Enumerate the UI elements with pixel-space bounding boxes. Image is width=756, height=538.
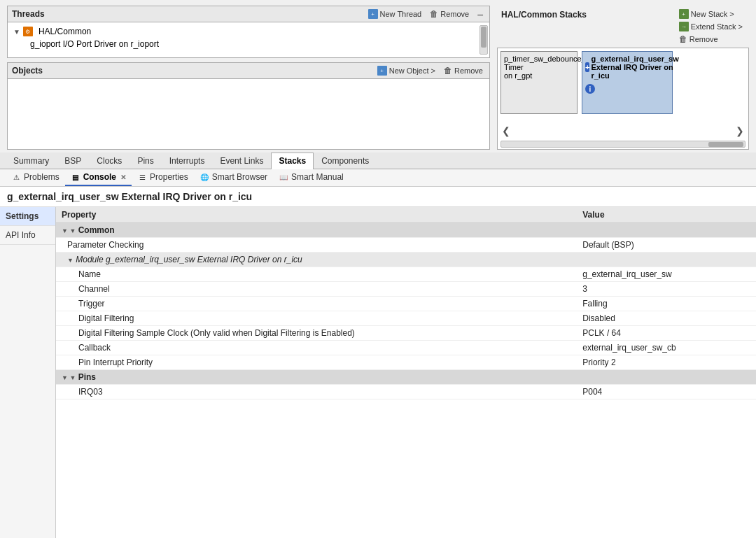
objects-panel-header: Objects + New Object > 🗑 Remove xyxy=(8,63,489,79)
threads-scroll-thumb xyxy=(481,27,486,48)
tab-components[interactable]: Components xyxy=(314,153,377,169)
threads-panel-header: Threads + New Thread 🗑 Remove – xyxy=(8,6,489,22)
canvas-right-arrow[interactable]: ❯ xyxy=(733,124,747,138)
sidebar-item-settings[interactable]: Settings xyxy=(0,207,55,226)
new-object-icon: + xyxy=(377,66,387,76)
tab-event-links[interactable]: Event Links xyxy=(212,153,271,169)
btab-smart-manual[interactable]: 📖Smart Manual xyxy=(273,169,349,186)
tab-stacks[interactable]: Stacks xyxy=(271,153,314,169)
new-stack-icon: + xyxy=(679,9,689,19)
top-area: Threads + New Thread 🗑 Remove – ▼ ⚙ xyxy=(0,0,756,150)
stack-card-irq[interactable]: + g_external_irq_user_sw External IRQ Dr… xyxy=(582,51,673,114)
thread-item-halcommon[interactable]: ▼ ⚙ HAL/Common xyxy=(10,25,477,38)
section-header-row[interactable]: ▼ Pins xyxy=(56,370,756,385)
properties-icon: ☰ xyxy=(137,172,147,182)
btab-console[interactable]: ▤Console✕ xyxy=(65,169,132,186)
stacks-canvas: p_timer_sw_debounce_filter Timeron r_gpt… xyxy=(497,48,749,150)
module-title: g_external_irq_user_sw External IRQ Driv… xyxy=(0,187,756,207)
col-property-header: Property xyxy=(56,207,577,223)
warning-icon: ⚠ xyxy=(11,172,21,182)
canvas-scrollbar[interactable] xyxy=(500,141,746,148)
table-row[interactable]: TriggerFalling xyxy=(56,297,756,311)
stack-card-irq-text: g_external_irq_user_sw External IRQ Driv… xyxy=(591,55,678,80)
canvas-left-arrow[interactable]: ❮ xyxy=(499,124,513,138)
new-thread-button[interactable]: + New Thread xyxy=(366,8,424,20)
btab-close-console[interactable]: ✕ xyxy=(120,174,126,181)
col-value-header: Value xyxy=(577,207,756,223)
table-row[interactable]: Digital Filtering Sample Clock (Only val… xyxy=(56,326,756,341)
extend-stack-icon: → xyxy=(679,22,689,31)
btab-smart-browser[interactable]: 🌐Smart Browser xyxy=(194,169,273,186)
objects-title: Objects xyxy=(12,66,43,76)
main-tabs-bar: SummaryBSPClocksPinsInterruptsEvent Link… xyxy=(0,153,756,169)
objects-actions: + New Object > 🗑 Remove xyxy=(375,65,485,76)
objects-content xyxy=(8,79,489,149)
thread-label-halcommon: HAL/Common xyxy=(38,27,91,36)
remove-thread-button[interactable]: 🗑 Remove xyxy=(428,8,471,20)
new-stack-button[interactable]: + New Stack > xyxy=(677,8,745,20)
section-header-row[interactable]: ▼ Common xyxy=(56,223,756,238)
stack-card-irq-header: + g_external_irq_user_sw External IRQ Dr… xyxy=(585,55,669,80)
btab-label-properties: Properties xyxy=(150,172,188,182)
threads-panel: Threads + New Thread 🗑 Remove – ▼ ⚙ xyxy=(7,6,490,58)
remove-stack-icon: 🗑 xyxy=(679,34,687,44)
extend-stack-button[interactable]: → Extend Stack > xyxy=(677,21,745,32)
remove-object-button[interactable]: 🗑 Remove xyxy=(442,65,485,76)
manual-icon: 📖 xyxy=(279,172,288,182)
table-row[interactable]: Pin Interrupt PriorityPriority 2 xyxy=(56,355,756,370)
threads-title: Threads xyxy=(12,9,45,19)
remove-thread-icon: 🗑 xyxy=(430,9,438,19)
btab-label-console: Console xyxy=(83,172,116,182)
chevron-expand-icon: ▼ xyxy=(13,28,20,36)
new-object-button[interactable]: + New Object > xyxy=(375,65,438,76)
new-thread-icon: + xyxy=(368,9,378,19)
tab-bsp[interactable]: BSP xyxy=(57,153,89,169)
table-row[interactable]: Nameg_external_irq_user_sw xyxy=(56,267,756,282)
ioport-label: g_ioport I/O Port Driver on r_ioport xyxy=(30,39,159,49)
browser-icon: 🌐 xyxy=(200,172,209,182)
threads-actions: + New Thread 🗑 Remove – xyxy=(366,8,485,20)
left-panel: Threads + New Thread 🗑 Remove – ▼ ⚙ xyxy=(7,6,490,150)
tab-clocks[interactable]: Clocks xyxy=(89,153,130,169)
table-row[interactable]: IRQ03P004 xyxy=(56,385,756,399)
sidebar-nav: SettingsAPI Info xyxy=(0,207,56,538)
table-row[interactable]: Channel3 xyxy=(56,282,756,297)
remove-stack-button[interactable]: 🗑 Remove xyxy=(677,34,745,45)
console-icon: ▤ xyxy=(71,172,80,182)
bottom-tabs-bar: ⚠Problems▤Console✕☰Properties🌐Smart Brow… xyxy=(0,169,756,187)
stack-card-timer-text: p_timer_sw_debounce_filter Timeron r_gpt xyxy=(504,55,574,80)
table-row[interactable]: Digital FilteringDisabled xyxy=(56,311,756,326)
stacks-actions: + New Stack > → Extend Stack > 🗑 Remove xyxy=(677,8,745,45)
main-content: SettingsAPI Info Property Value ▼ Common… xyxy=(0,207,756,538)
remove-object-icon: 🗑 xyxy=(444,66,452,76)
section-header-row[interactable]: ▼ Module g_external_irq_user_sw External… xyxy=(56,253,756,267)
btab-properties[interactable]: ☰Properties xyxy=(132,169,194,186)
stacks-header: HAL/Common Stacks + New Stack > → Extend… xyxy=(497,6,749,48)
btab-problems[interactable]: ⚠Problems xyxy=(6,169,65,186)
objects-panel: Objects + New Object > 🗑 Remove xyxy=(7,62,490,150)
table-row[interactable]: Callbackexternal_irq_user_sw_cb xyxy=(56,341,756,355)
right-panel: HAL/Common Stacks + New Stack > → Extend… xyxy=(497,6,749,150)
thread-item-ioport[interactable]: g_ioport I/O Port Driver on r_ioport xyxy=(10,38,477,50)
stack-card-timer[interactable]: p_timer_sw_debounce_filter Timeron r_gpt xyxy=(500,51,578,114)
hal-common-icon: ⚙ xyxy=(23,27,33,36)
tab-interrupts[interactable]: Interrupts xyxy=(162,153,213,169)
btab-label-smart-browser: Smart Browser xyxy=(212,172,267,182)
threads-scrollbar[interactable] xyxy=(479,25,488,55)
canvas-scroll-thumb xyxy=(708,142,743,147)
stack-card-info: i xyxy=(585,83,669,94)
threads-content: ▼ ⚙ HAL/Common g_ioport I/O Port Driver … xyxy=(8,22,489,57)
sidebar-item-api-info[interactable]: API Info xyxy=(0,226,55,245)
properties-table: Property Value ▼ CommonParameter Checkin… xyxy=(56,207,756,538)
stack-plus-icon: + xyxy=(585,62,589,72)
tab-summary[interactable]: Summary xyxy=(6,153,57,169)
tab-pins[interactable]: Pins xyxy=(130,153,161,169)
stacks-label: HAL/Common Stacks xyxy=(501,8,587,20)
info-icon: i xyxy=(585,84,595,94)
btab-label-smart-manual: Smart Manual xyxy=(291,172,344,182)
table-row[interactable]: Parameter CheckingDefault (BSP) xyxy=(56,238,756,253)
btab-label-problems: Problems xyxy=(24,172,59,182)
minimize-threads-button[interactable]: – xyxy=(475,8,485,20)
